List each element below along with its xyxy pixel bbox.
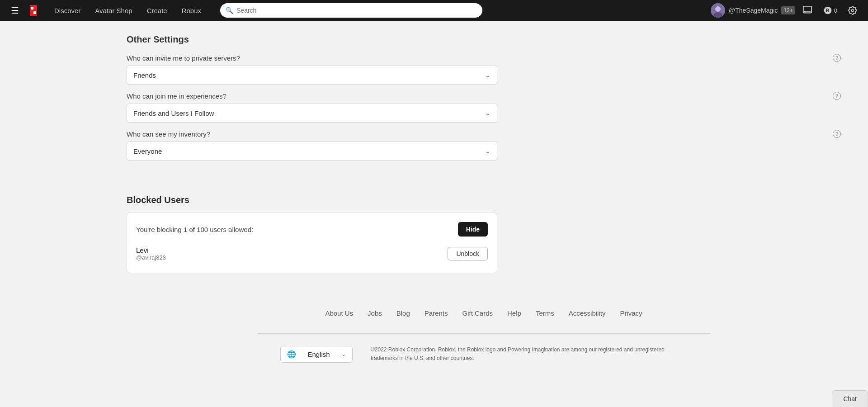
chat-icon-btn[interactable] [799,4,816,17]
setting-label-private-servers: Who can invite me to private servers? ? [127,54,841,62]
content-wrapper: Other Settings Who can invite me to priv… [0,0,868,394]
help-icon-private-servers[interactable]: ? [833,54,841,62]
dropdown-private-servers[interactable]: Friends ⌄ [127,66,497,85]
search-input[interactable] [220,3,482,18]
label-text-inventory: Who can see my inventory? [127,130,210,138]
blocked-users-card: You're blocking 1 of 100 users allowed: … [127,213,497,273]
footer-link-accessibility[interactable]: Accessibility [569,309,606,317]
avatar [711,3,725,18]
language-selector[interactable]: 🌐 English ⌄ [280,346,353,363]
nav-links: Discover Avatar Shop Create Robux [48,3,208,18]
settings-icon-btn[interactable] [844,4,861,17]
nav-create[interactable]: Create [141,3,174,18]
robux-icon-btn[interactable]: R 0 [820,4,841,17]
blocked-count-text: You're blocking 1 of 100 users allowed: [136,226,253,233]
help-icon-join-experiences[interactable]: ? [833,92,841,100]
blocked-user-name: Levi [136,246,440,254]
chat-button[interactable]: Chat [832,390,868,407]
footer-link-blog[interactable]: Blog [396,309,410,317]
roblox-logo [26,3,41,18]
label-text-join-experiences: Who can join me in experiences? [127,92,226,100]
blocked-users-title: Blocked Users [127,195,841,205]
footer-divider [258,333,710,334]
dropdown-inventory[interactable]: Everyone ⌄ [127,142,497,161]
search-icon: 🔍 [226,7,233,14]
nav-robux[interactable]: Robux [175,3,208,18]
nav-avatar-shop[interactable]: Avatar Shop [89,3,138,18]
footer-link-terms[interactable]: Terms [536,309,554,317]
blocked-user-handle: @aviraj828 [136,254,440,261]
username-label[interactable]: @TheSageMagic [729,7,778,14]
nav-discover[interactable]: Discover [48,3,87,18]
navbar: ☰ Discover Avatar Shop Create Robux 🔍 [0,0,868,21]
footer-links: About Us Jobs Blog Parents Gift Cards He… [127,300,841,326]
nav-right: @TheSageMagic 13+ R 0 [711,3,861,18]
svg-rect-1 [31,7,33,9]
blocked-user-info: Levi @aviraj828 [136,246,440,261]
hide-button[interactable]: Hide [458,222,488,237]
svg-rect-0 [30,5,37,16]
setting-label-inventory: Who can see my inventory? ? [127,130,841,138]
search-container: 🔍 [220,3,482,18]
footer-link-about-us[interactable]: About Us [325,309,353,317]
footer: About Us Jobs Blog Parents Gift Cards He… [127,300,841,385]
svg-text:R: R [826,8,830,13]
hamburger-icon[interactable]: ☰ [7,3,23,18]
setting-row-private-servers: Who can invite me to private servers? ? … [127,54,841,85]
unblock-button[interactable]: Unblock [448,247,488,260]
svg-point-4 [715,6,721,12]
footer-bottom: 🌐 English ⌄ ©2022 Roblox Corporation. Ro… [127,341,841,367]
dropdown-value-inventory: Everyone [133,147,162,155]
settings-section: Other Settings Who can invite me to priv… [127,25,841,181]
footer-link-gift-cards[interactable]: Gift Cards [462,309,493,317]
language-label: English [307,350,330,358]
chevron-down-icon-join-experiences: ⌄ [485,109,491,117]
page-wrapper: ☰ Discover Avatar Shop Create Robux 🔍 [0,0,868,394]
dropdown-join-experiences[interactable]: Friends and Users I Follow ⌄ [127,104,497,123]
setting-row-inventory: Who can see my inventory? ? Everyone ⌄ [127,130,841,161]
blocked-users-section: Blocked Users You're blocking 1 of 100 u… [127,195,841,273]
section-title: Other Settings [127,34,841,45]
chevron-down-icon-inventory: ⌄ [485,147,491,155]
footer-link-help[interactable]: Help [507,309,521,317]
setting-row-join-experiences: Who can join me in experiences? ? Friend… [127,92,841,123]
setting-label-join-experiences: Who can join me in experiences? ? [127,92,841,100]
footer-copyright: ©2022 Roblox Corporation. Roblox, the Ro… [371,345,687,363]
blocked-user-row: Levi @aviraj828 Unblock [136,244,488,264]
age-badge: 13+ [781,6,795,14]
globe-icon: 🌐 [287,350,296,359]
footer-link-jobs[interactable]: Jobs [368,309,382,317]
dropdown-value-join-experiences: Friends and Users I Follow [133,109,214,117]
blocked-users-header: You're blocking 1 of 100 users allowed: … [136,222,488,237]
footer-link-privacy[interactable]: Privacy [620,309,642,317]
chevron-down-icon-private-servers: ⌄ [485,71,491,79]
svg-rect-2 [33,11,36,14]
label-text-private-servers: Who can invite me to private servers? [127,54,240,62]
footer-link-parents[interactable]: Parents [425,309,448,317]
robux-count: 0 [834,7,837,14]
dropdown-value-private-servers: Friends [133,71,156,79]
svg-point-9 [852,9,854,12]
chevron-down-icon-language: ⌄ [341,351,346,357]
help-icon-inventory[interactable]: ? [833,130,841,138]
